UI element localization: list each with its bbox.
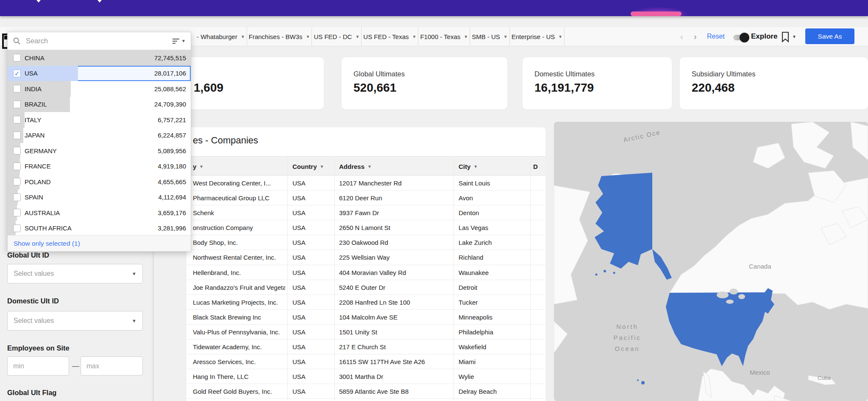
employees-min-input[interactable]: min — [7, 356, 69, 376]
table-row[interactable]: Joe Randazzo's Fruit and Vegetab... USA … — [186, 280, 545, 295]
show-only-selected-link[interactable]: Show only selected (1) — [14, 240, 80, 247]
save-as-button[interactable]: Save As — [805, 28, 854, 44]
reset-link[interactable]: Reset — [707, 27, 725, 46]
checkbox[interactable] — [13, 101, 21, 108]
cell-country: USA — [292, 191, 332, 205]
country-option-row[interactable]: FRANCE 4,919,180 — [8, 159, 191, 174]
employees-max-input[interactable]: max — [81, 356, 143, 376]
workbook-tab[interactable]: F1000 - Texas ▼ — [418, 27, 470, 46]
filter-label-employees-on-site: Employees on Site — [7, 344, 70, 352]
table-row[interactable]: onstruction Company USA 2650 N Lamont St… — [186, 220, 545, 235]
cell-country: USA — [292, 250, 332, 265]
country-option-row[interactable]: SPAIN 4,112,694 — [8, 190, 191, 205]
table-row[interactable]: Aressco Services, Inc. USA 16115 SW 117T… — [186, 354, 545, 369]
workbook-tab[interactable]: US FED - DC ▼ — [312, 27, 362, 46]
table-row[interactable]: Tidewater Academy, Inc. USA 217 E Church… — [186, 339, 545, 354]
chevron-down-icon: ▼ — [464, 34, 468, 39]
cell-country: USA — [292, 310, 332, 325]
table-row[interactable]: Gold Reef Gold Buyers, Inc. USA 5859 Atl… — [186, 384, 545, 399]
logo-fragment — [97, 0, 102, 3]
country-option-row[interactable]: SOUTH AFRICA 3,281,996 — [8, 221, 191, 236]
toggle-knob — [740, 33, 749, 42]
sort-order-icon[interactable]: ▼ — [172, 39, 186, 44]
workbook-tab[interactable]: Enterprise - US ▼ — [510, 27, 565, 46]
country-option-row[interactable]: ✓ USA 28,017,106 — [8, 66, 191, 81]
table-row[interactable]: Lucas Marketing Projects, Inc. USA 2208 … — [186, 295, 545, 310]
workbook-tab[interactable]: Franchises - BW3s ▼ — [247, 27, 312, 46]
bookmark-menu-caret[interactable]: ▼ — [792, 27, 796, 46]
map-canvas: Arctic Oce Canada North Pacific Ocean Me… — [554, 122, 868, 401]
tab-label: F1000 - Texas — [420, 33, 460, 40]
country-option-row[interactable]: GERMANY 5,089,956 — [8, 143, 191, 159]
cell-city: Lake Zurich — [459, 235, 528, 250]
map-label-cuba: Cuba — [818, 375, 831, 381]
checkbox[interactable] — [13, 116, 21, 123]
checkbox[interactable] — [13, 163, 21, 170]
country-option-row[interactable]: BRAZIL 24,709,390 — [8, 97, 191, 112]
cell-country: USA — [292, 176, 332, 191]
tab-label: Enterprise - US — [512, 33, 555, 40]
table-row[interactable]: West Decorating Center, I... USA 12017 M… — [186, 176, 545, 191]
country-value: 6,757,221 — [158, 112, 186, 128]
country-option-row[interactable]: POLAND 4,655,665 — [8, 174, 191, 190]
table-row[interactable]: Body Shop, Inc. USA 230 Oakwood Rd Lake … — [186, 235, 545, 250]
checkbox[interactable] — [13, 193, 21, 201]
country-name: POLAND — [25, 174, 51, 190]
country-option-row[interactable]: JAPAN 6,224,857 — [8, 128, 191, 143]
checkbox[interactable] — [13, 147, 21, 154]
range-dash: — — [72, 362, 79, 370]
checkbox[interactable] — [13, 224, 21, 232]
prev-tab-button[interactable]: ‹ — [680, 27, 683, 46]
table-row[interactable]: Hellenbrand, Inc. USA 404 Moravian Valle… — [186, 265, 545, 280]
cell-city: Denton — [459, 205, 528, 220]
country-name: GERMANY — [25, 143, 57, 159]
explore-toggle[interactable] — [733, 35, 748, 40]
country-option-row[interactable]: ITALY 6,757,221 — [8, 112, 191, 128]
country-name: JAPAN — [25, 128, 45, 143]
workbook-tab[interactable]: - Whataburger ▼ — [195, 27, 247, 46]
bookmark-icon[interactable] — [781, 31, 790, 44]
workbook-tab[interactable]: US FED - Texas ▼ — [362, 27, 418, 46]
country-list: CHINA 72,745,515 ✓ USA 28,017,106 INDIA … — [8, 50, 191, 236]
column-header-partial[interactable]: D — [533, 157, 538, 176]
cell-address: 6120 Deer Run — [339, 191, 451, 205]
table-row[interactable]: Schenk USA 3937 Fawn Dr Denton — [186, 205, 545, 220]
table-row[interactable]: Pharmaceutical Group LLC USA 6120 Deer R… — [186, 191, 545, 205]
table-row[interactable]: Valu-Plus of Pennsylvania, Inc. USA 1501… — [186, 325, 545, 339]
table-row[interactable]: Black Stack Brewing Inc USA 104 Malcolm … — [186, 310, 545, 325]
cell-address: 5240 E Outer Dr — [339, 280, 451, 295]
checkbox[interactable] — [13, 209, 21, 216]
country-value: 4,655,665 — [158, 174, 186, 190]
column-header-company[interactable]: y ▼ — [193, 157, 203, 176]
country-option-row[interactable]: AUSTRALIA 3,659,176 — [8, 205, 191, 221]
workbook-tab[interactable]: SMB - US ▼ — [470, 27, 510, 46]
checkbox[interactable]: ✓ — [13, 70, 21, 77]
checkbox[interactable] — [13, 54, 21, 62]
cell-company: Aressco Services, Inc. — [193, 354, 285, 369]
search-input[interactable] — [25, 36, 168, 45]
table-row[interactable]: Northwest Rental Center, Inc. USA 225 We… — [186, 250, 545, 265]
country-option-row[interactable]: INDIA 25,088,562 — [8, 81, 191, 97]
checkbox[interactable] — [13, 178, 21, 185]
domestic-ult-id-select[interactable]: Select values ▼ — [7, 311, 143, 331]
column-header-city[interactable]: City ▼ — [459, 157, 478, 176]
usa-map-visualization[interactable]: Arctic Oce Canada North Pacific Ocean Me… — [554, 122, 868, 401]
checkbox[interactable] — [13, 85, 21, 93]
kpi-value: 520,661 — [353, 81, 396, 95]
country-value: 3,281,996 — [158, 221, 186, 236]
explore-label: Explore — [751, 27, 777, 46]
kpi-value: 16,191,779 — [534, 81, 594, 95]
filter-label-global-ult-id: Global Ult ID — [7, 251, 49, 259]
cell-country: USA — [292, 339, 332, 354]
kpi-card-domestic-ultimates: Domestic Ultimates 16,191,779 — [523, 57, 672, 109]
next-tab-button[interactable]: › — [694, 27, 697, 46]
column-header-address[interactable]: Address ▼ — [339, 157, 372, 176]
column-header-country[interactable]: Country ▼ — [292, 157, 324, 176]
cell-company: Valu-Plus of Pennsylvania, Inc. — [193, 325, 285, 339]
cell-city: Detroit — [459, 280, 528, 295]
global-ult-id-select[interactable]: Select values ▼ — [7, 264, 143, 283]
table-row[interactable]: Hang In There, LLC USA 3001 Martha Dr Wy… — [186, 369, 545, 384]
country-option-row[interactable]: CHINA 72,745,515 — [8, 50, 191, 66]
checkbox[interactable] — [13, 132, 21, 139]
chevron-down-icon: ▼ — [558, 34, 562, 39]
